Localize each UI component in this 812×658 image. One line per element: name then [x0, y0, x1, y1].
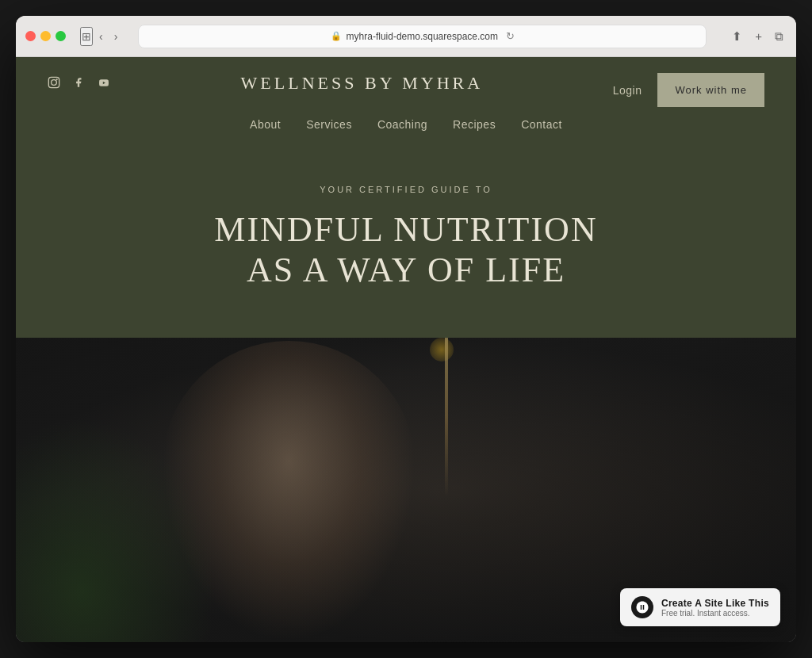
- site-header: WELLNESS BY MYHRA Login Work with me Abo…: [16, 57, 796, 145]
- lamp-top: [430, 338, 454, 362]
- tabs-button[interactable]: ⧉: [772, 26, 787, 47]
- facebook-link[interactable]: [73, 76, 84, 91]
- lamp-stand: [445, 338, 448, 496]
- nav-buttons: ⊞ ‹ ›: [79, 27, 122, 46]
- squarespace-text: Create A Site Like This Free trial. Inst…: [661, 598, 769, 618]
- browser-chrome: ⊞ ‹ › 🔒 myhra-fluid-demo.squarespace.com…: [16, 16, 796, 57]
- nav-recipes[interactable]: Recipes: [453, 118, 496, 131]
- url-text: myhra-fluid-demo.squarespace.com: [347, 31, 498, 42]
- svg-rect-0: [48, 77, 59, 87]
- hero-subtitle: Your Certified Guide To: [48, 185, 764, 194]
- nav-about[interactable]: About: [250, 118, 281, 131]
- hero-title: Mindful Nutrition As a Way of Life: [48, 210, 764, 290]
- reload-button[interactable]: ↻: [506, 30, 515, 42]
- new-tab-button[interactable]: +: [752, 26, 765, 46]
- svg-point-1: [52, 80, 57, 86]
- person-silhouette: [162, 341, 416, 642]
- site-title: WELLNESS BY MYHRA: [241, 73, 484, 94]
- social-icons: [48, 73, 111, 91]
- instagram-link[interactable]: [48, 76, 60, 91]
- back-button[interactable]: ‹: [94, 27, 108, 46]
- hero-section: Your Certified Guide To Mindful Nutritio…: [16, 145, 796, 338]
- work-with-me-button[interactable]: Work with me: [657, 73, 764, 107]
- squarespace-badge[interactable]: Create A Site Like This Free trial. Inst…: [620, 588, 780, 626]
- browser-window: ⊞ ‹ › 🔒 myhra-fluid-demo.squarespace.com…: [16, 16, 796, 642]
- address-bar[interactable]: 🔒 myhra-fluid-demo.squarespace.com ↻: [138, 25, 707, 48]
- maximize-button[interactable]: [56, 31, 66, 41]
- traffic-lights: [25, 31, 66, 41]
- forward-button[interactable]: ›: [109, 27, 123, 46]
- youtube-link[interactable]: [97, 77, 111, 90]
- photo-placeholder: Create A Site Like This Free trial. Inst…: [16, 338, 796, 642]
- badge-title: Create A Site Like This: [661, 598, 769, 609]
- minimize-button[interactable]: [40, 31, 51, 41]
- nav-services[interactable]: Services: [306, 118, 352, 131]
- photo-section: Create A Site Like This Free trial. Inst…: [16, 338, 796, 642]
- nav-contact[interactable]: Contact: [521, 118, 562, 131]
- share-button[interactable]: ⬆: [729, 26, 745, 47]
- hero-title-line1: Mindful Nutrition: [214, 210, 597, 249]
- browser-actions: ⬆ + ⧉: [729, 26, 787, 47]
- close-button[interactable]: [25, 31, 36, 41]
- website-content: WELLNESS BY MYHRA Login Work with me Abo…: [16, 57, 796, 642]
- hero-title-line2: As a Way of Life: [247, 251, 565, 289]
- svg-point-2: [56, 78, 58, 80]
- lock-icon: 🔒: [331, 31, 342, 41]
- login-link[interactable]: Login: [613, 84, 642, 97]
- nav-coaching[interactable]: Coaching: [377, 118, 427, 131]
- badge-subtitle: Free trial. Instant access.: [661, 609, 769, 618]
- window-icon[interactable]: ⊞: [80, 27, 93, 46]
- header-right: Login Work with me: [613, 73, 764, 107]
- squarespace-logo: [631, 596, 653, 618]
- site-nav: About Services Coaching Recipes Contact: [48, 118, 764, 131]
- header-top: WELLNESS BY MYHRA Login Work with me: [48, 73, 764, 107]
